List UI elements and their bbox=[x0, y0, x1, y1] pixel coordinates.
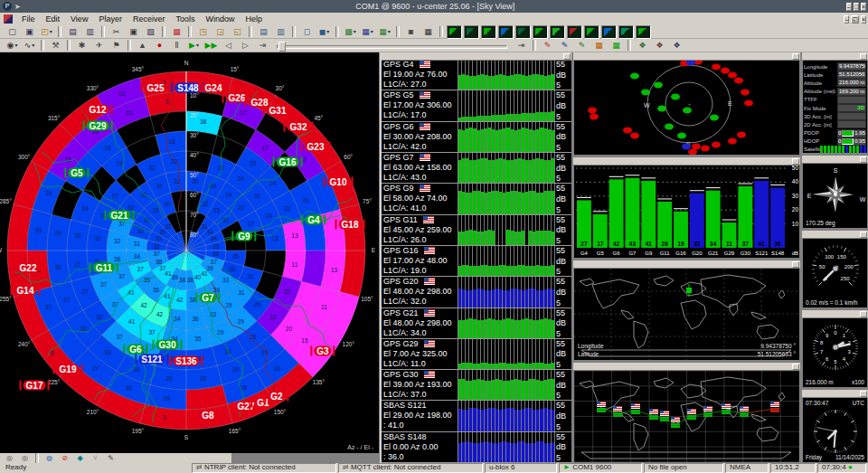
menu-window[interactable]: Window bbox=[200, 14, 240, 24]
grid-button[interactable]: ▦ bbox=[420, 26, 436, 38]
history-bar bbox=[469, 266, 472, 276]
panel-scrollbar[interactable] bbox=[802, 52, 868, 61]
assistnow-button-1[interactable]: ◳ bbox=[195, 26, 211, 38]
pause-button[interactable]: Ⅱ bbox=[169, 40, 184, 52]
map-view-button[interactable]: ▩▾ bbox=[343, 26, 358, 38]
panel-scrollbar[interactable] bbox=[573, 363, 800, 371]
assistnow-button-2[interactable]: ◲ bbox=[212, 26, 228, 38]
table-orange-button[interactable]: ▦ bbox=[591, 40, 607, 52]
step-back-icon: ◁ bbox=[225, 40, 231, 52]
view-toggle-button-6[interactable] bbox=[533, 25, 548, 39]
maximize-button[interactable]: □ bbox=[854, 3, 859, 11]
edit-pencil-button[interactable]: ✎ bbox=[104, 454, 118, 462]
debug-button[interactable]: ✱ bbox=[74, 40, 90, 52]
chart-view-button[interactable]: ▦▾ bbox=[360, 26, 375, 38]
view-toggle-button-12[interactable] bbox=[636, 25, 651, 39]
toolbar-separator bbox=[127, 40, 131, 51]
jump-end-button[interactable]: ⇥ bbox=[514, 40, 529, 52]
view-toggle-button-3[interactable] bbox=[481, 25, 496, 39]
copy-button[interactable]: ▣ bbox=[126, 26, 141, 38]
step-forward-button[interactable]: ▷ bbox=[238, 40, 253, 52]
slider-thumb[interactable] bbox=[278, 42, 286, 52]
panel-scrollbar[interactable] bbox=[573, 52, 800, 61]
print-preview-button[interactable]: ▥ bbox=[82, 26, 98, 38]
eject-button[interactable]: ▲ bbox=[135, 40, 150, 52]
tile-horizontal-button[interactable]: ▤ bbox=[256, 26, 271, 38]
signal-history-chart bbox=[458, 401, 555, 430]
record-button[interactable]: ● bbox=[152, 40, 167, 52]
child-minimize-button[interactable]: – bbox=[844, 15, 849, 24]
view-toggle-button-7[interactable] bbox=[550, 25, 565, 39]
pkg-button-3[interactable]: ❖ bbox=[669, 40, 684, 52]
paste-button[interactable]: ▨ bbox=[143, 26, 158, 38]
child-window-icon[interactable] bbox=[4, 14, 13, 24]
pkg-button-1[interactable]: ❖ bbox=[635, 40, 650, 52]
scale-label: 5 bbox=[556, 267, 571, 276]
window-list-button[interactable]: ◼▾ bbox=[316, 26, 332, 38]
locate-button[interactable]: ⚑ bbox=[108, 40, 124, 52]
no-connection-button[interactable]: ⊘ bbox=[58, 454, 71, 462]
print-button[interactable]: ▤ bbox=[65, 26, 80, 38]
view-toggle-button-10[interactable] bbox=[601, 25, 617, 39]
pen-red-button[interactable]: ✎ bbox=[540, 40, 555, 52]
child-restore-button[interactable]: ◱ bbox=[851, 15, 859, 24]
panel-scrollbar[interactable] bbox=[573, 260, 800, 269]
playback-slider[interactable] bbox=[277, 42, 507, 50]
open-button[interactable]: ◰▾ bbox=[39, 26, 54, 38]
new-file-button[interactable]: ▢ bbox=[5, 26, 20, 38]
view-combo[interactable]: ◉▾ bbox=[5, 40, 20, 52]
view-toggle-button-11[interactable] bbox=[618, 25, 634, 39]
menu-file[interactable]: File bbox=[16, 14, 41, 24]
record-log-button[interactable]: ◎ bbox=[18, 454, 32, 462]
menu-player[interactable]: Player bbox=[93, 14, 127, 24]
sky-satellite-pill-g4: G4 bbox=[305, 215, 322, 225]
menu-tools[interactable]: Tools bbox=[170, 14, 200, 24]
panel-scrollbar[interactable] bbox=[802, 156, 868, 164]
view-toggle-button-4[interactable] bbox=[498, 25, 514, 39]
play-button[interactable]: ▶▾ bbox=[186, 40, 202, 52]
view-toggle-button-2[interactable] bbox=[464, 25, 479, 39]
close-button[interactable]: × bbox=[861, 3, 866, 11]
tools-button[interactable]: ⚒ bbox=[48, 40, 63, 52]
view-toggle-button-9[interactable] bbox=[584, 25, 599, 39]
minimize-button[interactable]: – bbox=[846, 3, 852, 11]
svg-text:41: 41 bbox=[759, 241, 766, 247]
menu-receiver[interactable]: Receiver bbox=[127, 14, 171, 24]
pen-green-button[interactable]: ✎ bbox=[574, 40, 590, 52]
menu-view[interactable]: View bbox=[65, 14, 93, 24]
ntrip-icon-button[interactable]: ◎ bbox=[3, 454, 16, 462]
menu-help[interactable]: Help bbox=[240, 14, 268, 24]
window-list-icon: ◼ bbox=[319, 26, 326, 38]
assistnow-button-3[interactable]: ◱ bbox=[230, 26, 245, 38]
world-button[interactable]: ◍ bbox=[42, 454, 56, 462]
antenna-button[interactable]: ✈ bbox=[91, 40, 107, 52]
panel-scrollbar[interactable] bbox=[573, 157, 800, 166]
network-tree-button[interactable]: ⑂ bbox=[89, 454, 102, 462]
database-button[interactable]: ◆ bbox=[73, 454, 87, 462]
pen-blue-button[interactable]: ✎ bbox=[557, 40, 572, 52]
table-green-button[interactable]: ▦ bbox=[609, 40, 624, 52]
child-close-button[interactable]: × bbox=[861, 15, 866, 24]
view-toggle-button-1[interactable] bbox=[447, 25, 462, 39]
save-button[interactable]: ▣ bbox=[22, 26, 37, 38]
fast-forward-button[interactable]: ▶▶ bbox=[203, 40, 219, 52]
units-combo[interactable]: ∿▾ bbox=[22, 40, 37, 52]
history-bar bbox=[503, 128, 505, 152]
panel-scrollbar[interactable] bbox=[802, 390, 868, 398]
menu-edit[interactable]: Edit bbox=[41, 14, 66, 24]
satellite-signal-value: L1C/A: 17.0 bbox=[383, 110, 458, 120]
data-row-2d-acc-m-: 2D Acc. [m] bbox=[804, 120, 866, 128]
view-toggle-button-8[interactable] bbox=[567, 25, 582, 39]
pkg-button-2[interactable]: ❖ bbox=[652, 40, 667, 52]
panel-scrollbar[interactable] bbox=[802, 310, 868, 318]
skip-button[interactable]: ⇥ bbox=[255, 40, 270, 52]
color-grid-button[interactable]: ▦ bbox=[169, 26, 184, 38]
step-back-button[interactable]: ◁ bbox=[221, 40, 236, 52]
camera-button[interactable]: ◙ bbox=[403, 26, 419, 38]
table-view-button[interactable]: ▦▾ bbox=[377, 26, 392, 38]
view-toggle-button-5[interactable] bbox=[515, 25, 531, 39]
panel-scrollbar[interactable] bbox=[802, 231, 868, 239]
tile-vertical-button[interactable]: ▥ bbox=[273, 26, 288, 38]
cut-button[interactable]: ✂ bbox=[108, 26, 124, 38]
window-button[interactable]: ◻ bbox=[299, 26, 315, 38]
